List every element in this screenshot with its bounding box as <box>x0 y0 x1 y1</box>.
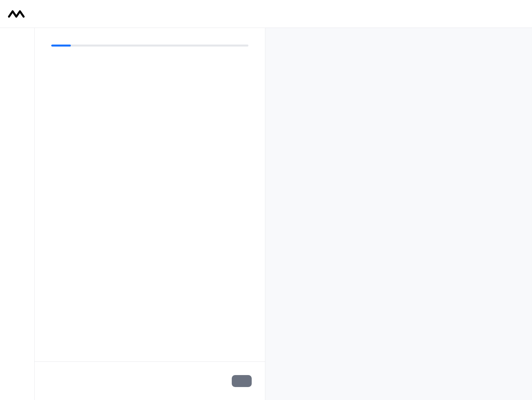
right-empty-pane <box>265 28 532 400</box>
question-panel <box>35 28 265 400</box>
panel-body <box>35 28 265 361</box>
logo <box>8 9 27 19</box>
progress-bar <box>51 45 248 47</box>
progress-fill <box>51 45 71 47</box>
panel-footer <box>35 361 265 400</box>
main-layout <box>0 28 532 400</box>
maze-logo-icon <box>8 9 27 19</box>
continue-button[interactable] <box>232 375 252 387</box>
content <box>35 28 532 400</box>
sidebar <box>0 28 35 400</box>
app-header <box>0 0 532 28</box>
